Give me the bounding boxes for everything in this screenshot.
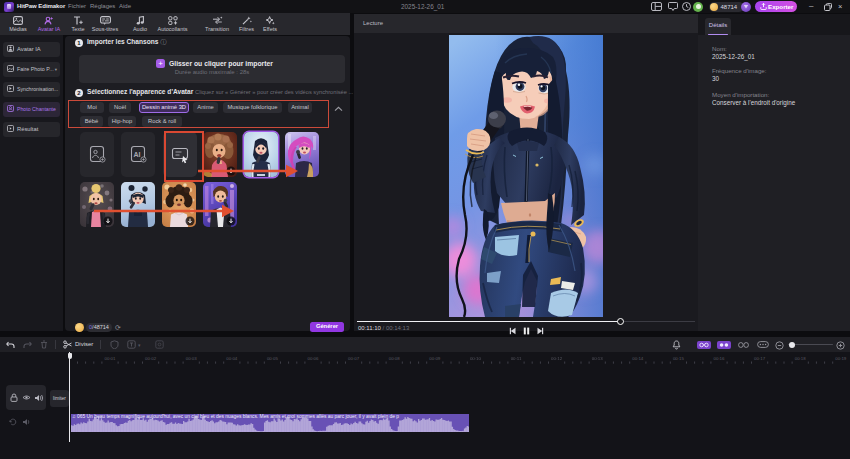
- svg-text:AI: AI: [134, 151, 141, 158]
